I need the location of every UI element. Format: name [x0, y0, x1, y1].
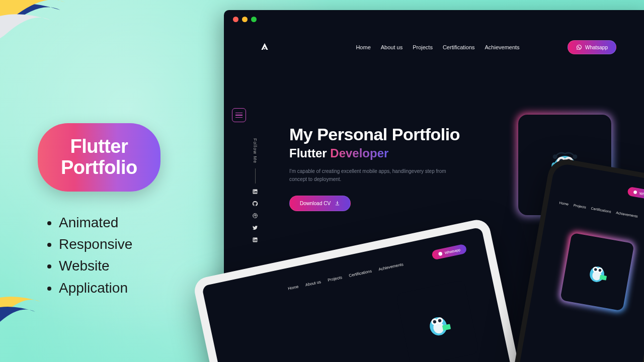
- social-icons: [252, 189, 258, 243]
- flutter-dash-mascot-icon: [581, 256, 613, 288]
- twitter-icon[interactable]: [252, 225, 258, 231]
- svg-rect-5: [254, 239, 254, 241]
- follow-divider: [255, 168, 256, 184]
- whatsapp-button[interactable]: Whatsapp: [432, 244, 467, 260]
- download-label: Download CV: [300, 201, 331, 206]
- topbar: Home About us Projects Certifications Ac…: [259, 40, 616, 54]
- svg-point-17: [438, 251, 443, 256]
- flutter-dash-mascot-icon: [418, 304, 457, 343]
- hero-subtitle: Flutter Developer: [289, 146, 460, 160]
- promo-feature-item: Application: [59, 277, 160, 299]
- promo-feature-list: Animated Responsive Website Application: [49, 212, 160, 299]
- hero-title: My Personal Portfolio: [289, 125, 460, 144]
- hero-mascot-card: [559, 231, 635, 312]
- github-icon[interactable]: [252, 201, 258, 207]
- whatsapp-icon: [576, 44, 582, 50]
- download-icon: [335, 201, 340, 206]
- promo-feature-item: Animated: [59, 212, 160, 233]
- main-nav: Home About us Projects Certifications Ac…: [356, 44, 519, 50]
- hero-mascot-card: [395, 280, 479, 362]
- svg-point-15: [552, 154, 557, 159]
- nav-about[interactable]: About us: [381, 44, 403, 50]
- whatsapp-icon: [438, 251, 443, 256]
- hero-text: My Personal Portfolio Flutter Developer …: [289, 125, 460, 211]
- promo-feature-item: Website: [59, 255, 160, 277]
- whatsapp-label: Whatsapp: [585, 45, 608, 50]
- decorative-swoosh-topleft: [0, 0, 111, 121]
- svg-point-2: [254, 190, 254, 191]
- logo-icon[interactable]: [259, 42, 270, 53]
- burger-menu-button[interactable]: [232, 108, 246, 122]
- dribbble-icon[interactable]: [252, 213, 258, 219]
- linkedin-icon[interactable]: [252, 189, 258, 195]
- svg-point-25: [633, 191, 637, 195]
- nav-certifications[interactable]: Certifications: [443, 44, 475, 50]
- promo-section: Flutter Portfolio Animated Responsive We…: [38, 123, 160, 299]
- linkedin-icon[interactable]: [252, 237, 258, 243]
- whatsapp-button[interactable]: Whatsapp: [627, 187, 644, 201]
- promo-title-line2: Portfolio: [61, 157, 137, 178]
- follow-label: Follow Me: [253, 138, 258, 163]
- svg-rect-1: [254, 191, 254, 193]
- nav-projects[interactable]: Projects: [413, 44, 433, 50]
- follow-sidebar: Follow Me: [252, 138, 258, 243]
- promo-feature-item: Responsive: [59, 233, 160, 255]
- nav-achievements[interactable]: Achievements: [485, 44, 520, 50]
- nav-home[interactable]: Home: [356, 44, 370, 50]
- whatsapp-button[interactable]: Whatsapp: [568, 40, 616, 54]
- promo-title-line1: Flutter: [61, 136, 137, 157]
- svg-point-16: [573, 154, 577, 159]
- hero-description: I'm capable of creating excellent mobile…: [289, 167, 460, 184]
- promo-title-pill: Flutter Portfolio: [38, 123, 160, 192]
- svg-point-6: [254, 238, 254, 239]
- download-cv-button[interactable]: Download CV: [289, 196, 351, 211]
- whatsapp-icon: [633, 190, 637, 195]
- main-nav: Home Projects Certifications Achievement…: [559, 201, 644, 222]
